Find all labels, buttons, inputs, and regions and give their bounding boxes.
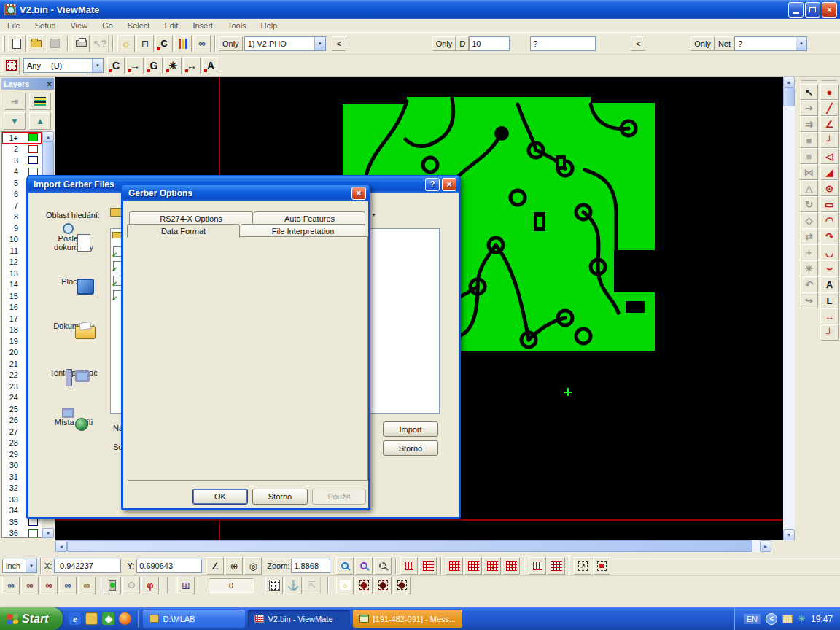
select-mode-combo[interactable]: Any (U) ▼ bbox=[23, 58, 104, 73]
edit-tool-button[interactable]: + bbox=[800, 244, 818, 260]
highlight-probe-button[interactable]: φ bbox=[141, 577, 159, 594]
ok-button[interactable]: OK bbox=[192, 489, 248, 505]
menu-item[interactable]: Help bbox=[254, 20, 285, 31]
apply-button[interactable]: Použít bbox=[312, 489, 366, 505]
draw-tool-button[interactable]: A bbox=[820, 276, 839, 292]
close-button[interactable]: × bbox=[351, 187, 366, 200]
context-help-button[interactable]: ↖? bbox=[91, 35, 109, 52]
view-all-button[interactable]: ∞ bbox=[2, 577, 20, 594]
probe-point-button[interactable]: ◎ bbox=[244, 557, 262, 575]
menu-item[interactable]: File bbox=[0, 20, 28, 31]
view-sketch-button[interactable]: ∞ bbox=[78, 577, 96, 594]
print-button[interactable] bbox=[72, 35, 90, 52]
new-file-button[interactable] bbox=[8, 35, 26, 52]
scroll-down-button[interactable]: ▼ bbox=[783, 529, 795, 540]
place-my-computer[interactable]: Tento počítač bbox=[39, 368, 109, 377]
layer-row[interactable]: 36 bbox=[2, 528, 42, 540]
edit-tool-button[interactable]: △ bbox=[800, 180, 818, 196]
layer-insert-button[interactable]: ⇥ bbox=[4, 93, 26, 110]
scroll-up-button[interactable]: ▲ bbox=[42, 131, 54, 141]
task-button-viewmate[interactable]: V2.bin - ViewMate bbox=[248, 610, 350, 628]
firefox-icon[interactable] bbox=[119, 612, 131, 625]
draw-tool-button[interactable]: ● bbox=[820, 84, 839, 100]
draw-tool-button[interactable]: ▭ bbox=[820, 196, 839, 212]
chevron-down-icon[interactable]: ▼ bbox=[796, 37, 806, 50]
table-view-button[interactable]: ⊞ bbox=[177, 577, 195, 594]
open-file-button[interactable] bbox=[27, 35, 44, 52]
green-app-icon[interactable]: ◈ bbox=[102, 612, 114, 625]
place-documents[interactable]: Dokumenty bbox=[39, 322, 109, 330]
net-select-button[interactable] bbox=[393, 577, 411, 594]
draw-tool-button[interactable]: ◢ bbox=[820, 164, 839, 180]
draw-tool-button[interactable]: ↷ bbox=[820, 228, 839, 244]
edit-tool-button[interactable]: ↪ bbox=[800, 292, 818, 308]
draw-tool-button[interactable]: ∠ bbox=[820, 116, 839, 132]
edit-tool-button[interactable]: ⇢ bbox=[800, 100, 818, 116]
menu-item[interactable]: View bbox=[63, 20, 95, 31]
dcode-query-input[interactable]: ? bbox=[530, 36, 596, 51]
tab-rs274x-options[interactable]: RS274-X Options bbox=[129, 211, 253, 225]
view-ruler-button[interactable]: ∞ bbox=[193, 35, 211, 52]
dialog-titlebar[interactable]: Gerber Options × bbox=[122, 185, 369, 201]
grid-small-button[interactable] bbox=[400, 557, 418, 575]
pan-right-button[interactable]: → bbox=[464, 557, 482, 575]
layer-color-swatch[interactable] bbox=[28, 145, 38, 153]
layer-setup-button[interactable] bbox=[29, 93, 51, 110]
chevron-down-icon[interactable]: ▼ bbox=[371, 212, 376, 217]
dcode-input[interactable]: 10 bbox=[469, 36, 510, 51]
close-button[interactable]: × bbox=[442, 178, 456, 191]
select-letter-button[interactable]: G bbox=[145, 57, 163, 74]
dcode-label[interactable]: D bbox=[456, 36, 469, 51]
chevron-down-icon[interactable]: ▼ bbox=[314, 37, 325, 50]
scroll-down-button[interactable]: ▼ bbox=[42, 528, 54, 538]
menu-item[interactable]: Setup bbox=[28, 20, 63, 31]
resize-selection-button[interactable]: ↗ bbox=[574, 557, 591, 575]
select-mode-button[interactable] bbox=[2, 57, 20, 74]
save-file-button[interactable] bbox=[46, 35, 63, 52]
layer-row[interactable]: 1+ bbox=[2, 132, 42, 144]
grid-zoom-out-button[interactable] bbox=[548, 557, 565, 575]
only-dcode-toggle[interactable]: Only bbox=[432, 36, 456, 51]
draw-tool-button[interactable]: ⊙ bbox=[820, 180, 839, 196]
tray-messenger-icon[interactable]: ✳ bbox=[798, 613, 806, 624]
anchor-button[interactable]: ⚓ bbox=[284, 577, 302, 594]
trace-select-button[interactable] bbox=[374, 577, 392, 594]
draw-tool-button[interactable]: L bbox=[820, 292, 839, 308]
net-combo[interactable]: ? ▼ bbox=[734, 36, 807, 51]
select-letter-button[interactable]: ↔ bbox=[183, 57, 201, 74]
draw-tool-button[interactable]: ◡ bbox=[820, 244, 839, 260]
draw-tool-button[interactable]: ◠ bbox=[820, 212, 839, 228]
select-letter-button[interactable]: C bbox=[107, 57, 125, 74]
units-combo[interactable]: inch ▼ bbox=[2, 559, 37, 573]
prev-dcode-button[interactable]: < bbox=[631, 36, 645, 51]
lamp-off-button[interactable] bbox=[122, 577, 140, 594]
draw-tool-button[interactable]: ┘ bbox=[820, 324, 839, 341]
cancel-button[interactable]: Storno bbox=[383, 440, 438, 456]
task-button-message[interactable]: [191-482-091] - Mess... bbox=[353, 610, 462, 628]
layers-panel-titlebar[interactable]: Layers × bbox=[1, 78, 54, 90]
draw-tool-button[interactable]: ↔ bbox=[820, 308, 839, 324]
tab-file-interpretation[interactable]: File Interpretation bbox=[241, 224, 365, 237]
measure-tools-button[interactable]: ⊓ bbox=[136, 35, 154, 52]
edit-tool-button[interactable]: ⋈ bbox=[800, 164, 818, 180]
menu-item[interactable]: Select bbox=[120, 20, 158, 31]
view-film-button[interactable]: ∞ bbox=[40, 577, 58, 594]
view-layer-button[interactable]: ∞ bbox=[59, 577, 77, 594]
pan-left-button[interactable]: ← bbox=[446, 557, 463, 575]
draw-tool-button[interactable]: ⌣ bbox=[820, 260, 839, 276]
restore-button[interactable] bbox=[805, 2, 820, 18]
edit-tool-button[interactable]: ■ bbox=[800, 132, 818, 148]
edit-tool-button[interactable]: ⇉ bbox=[800, 116, 818, 132]
layer-move-up-button[interactable]: ▲ bbox=[29, 112, 51, 130]
menu-item[interactable]: Tools bbox=[220, 20, 254, 31]
tab-data-format[interactable]: Data Format bbox=[127, 224, 240, 238]
layer-move-down-button[interactable]: ▼ bbox=[4, 112, 26, 130]
set-origin-button[interactable]: ⊕ bbox=[225, 557, 243, 575]
layer-color-swatch[interactable] bbox=[28, 133, 38, 141]
highlight-flash-button[interactable]: ☼ bbox=[117, 35, 135, 52]
select-letter-button[interactable]: A bbox=[202, 57, 219, 74]
menu-item[interactable]: Insert bbox=[185, 20, 220, 31]
angle-measure-button[interactable]: ∠ bbox=[206, 557, 224, 575]
zoom-tool-button[interactable] bbox=[336, 557, 354, 575]
pad-select-button[interactable] bbox=[355, 577, 373, 594]
